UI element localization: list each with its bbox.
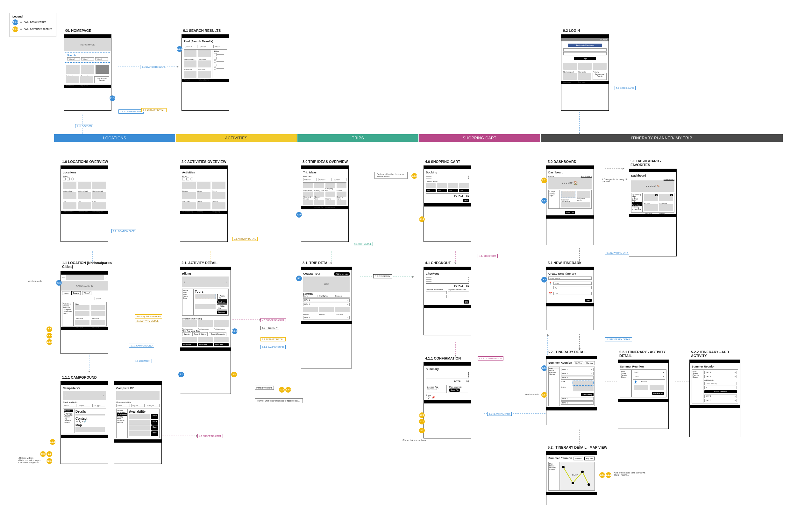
co-pay-f1[interactable]	[448, 291, 469, 294]
iad-d2[interactable]: DAY 2	[705, 375, 737, 378]
login-user-field[interactable]	[563, 48, 607, 51]
loc-side-5[interactable]: Stats	[63, 313, 73, 314]
camp-prev-icon[interactable]: ‹	[64, 394, 66, 397]
actov-ck1[interactable]	[182, 178, 185, 180]
search-where[interactable]: Where?	[184, 45, 198, 48]
loc-cell0[interactable]: Campsite	[75, 317, 83, 319]
locov-ck1[interactable]	[63, 178, 66, 180]
df-s0[interactable]: Upcoming Trips	[632, 194, 642, 198]
id-d1[interactable]: DAY 1	[561, 368, 594, 371]
im-tab-map[interactable]: Map View	[584, 456, 595, 461]
cart-add-1[interactable]: Add	[426, 189, 436, 192]
ad-rent-1[interactable]: Rent Gear	[182, 343, 197, 346]
loc-fav-icon[interactable]: ♡	[62, 276, 65, 280]
ad-rent-3[interactable]: Rent Gear	[214, 343, 229, 346]
ad-addtrip-2[interactable]: + Add to trip	[217, 304, 227, 310]
home-permit[interactable]: Get Annual Permit	[94, 76, 109, 84]
camp-tb1[interactable]: Amenities	[117, 411, 127, 413]
im-s3[interactable]: Stores	[549, 469, 559, 470]
camp-rv-b[interactable]: RV type	[146, 404, 160, 407]
login-t3[interactable]: Attraction	[563, 81, 571, 83]
locov-t30[interactable]: Nationalpark	[63, 211, 74, 212]
td-add[interactable]: Add to my trips	[334, 272, 350, 275]
ad-rent-2[interactable]: Rent Gear	[198, 343, 213, 346]
s-tile3-0[interactable]: Activity	[184, 79, 190, 81]
da-s1[interactable]: ◆ Past Trips	[549, 193, 559, 197]
s-check-2[interactable]	[214, 57, 217, 60]
iad-sel[interactable]	[705, 386, 737, 389]
loc-share-icon[interactable]: ⤴	[105, 276, 107, 280]
locov-t31[interactable]: Nationalpark	[78, 211, 88, 212]
iad-d1[interactable]: DAY 1	[705, 371, 737, 374]
ia-buy[interactable]: Buy Permit	[652, 392, 664, 395]
s-radio-2[interactable]	[214, 64, 217, 66]
df-td[interactable]: Activity	[659, 212, 665, 214]
login-fb-button[interactable]: Login with Facebook	[568, 44, 603, 47]
df-s1[interactable]: ◆ Past Trips	[632, 198, 642, 202]
da-t0[interactable]: Summer	[561, 199, 569, 201]
camp-book-1[interactable]: Book	[151, 414, 158, 419]
im-tab-list[interactable]: List View	[574, 456, 583, 461]
login-button[interactable]: Login	[574, 57, 596, 60]
camp-t3[interactable]: Facility Map	[64, 416, 73, 420]
ni-name[interactable]: Enter Name	[548, 276, 592, 280]
loc-tab-news[interactable]: News	[62, 291, 70, 295]
camp-t0[interactable]: Details	[64, 409, 73, 412]
co-pay-f2[interactable]	[448, 295, 469, 298]
co-pi-f1[interactable]	[426, 291, 447, 294]
camp-tb5[interactable]: Photos	[117, 422, 127, 423]
ad-ti0[interactable]: Events	[182, 332, 191, 336]
camp-next-icon[interactable]: ›	[103, 394, 104, 397]
id-d5[interactable]: DAY 5	[561, 401, 594, 405]
td-day3[interactable]: DAY 3	[303, 316, 350, 319]
tov-when[interactable]: When?	[318, 178, 332, 181]
da-newtrip[interactable]: New Trip	[565, 211, 575, 214]
camp-dep-b[interactable]: depart	[131, 404, 145, 407]
camp-arr-b[interactable]: arrive	[116, 404, 130, 407]
actov-32[interactable]: Shopping	[212, 211, 220, 212]
home-tile2-0[interactable]: Attraction	[66, 85, 74, 87]
df-s2[interactable]: ♡ Favorites	[632, 202, 642, 206]
camp-rv[interactable]: RV type	[92, 404, 106, 407]
camp-book-3[interactable]: Book	[151, 425, 158, 431]
da-edit[interactable]: Edit Profile >	[581, 175, 592, 177]
iad-d5[interactable]: DAY 5	[705, 399, 737, 402]
home-tile2-1[interactable]: Trip Idea	[80, 85, 88, 87]
da-t1[interactable]: Fishing w/ family	[577, 197, 590, 201]
loc-tab-events[interactable]: Events	[71, 291, 81, 295]
ia-d2[interactable]: DAY 2	[633, 375, 665, 378]
ad-addtrip-1[interactable]: + Add to trip	[217, 294, 227, 300]
ni-next[interactable]: Next	[585, 299, 592, 302]
ad-ti1[interactable]: Food & Dining	[192, 332, 208, 336]
s-check-1[interactable]	[214, 53, 217, 56]
loc-tab-when[interactable]: When?	[82, 291, 91, 295]
id-s3[interactable]: Stores	[549, 373, 559, 375]
td-day1[interactable]: DAY 1	[303, 298, 350, 302]
login-t2[interactable]: Activity	[593, 71, 599, 73]
iad-show[interactable]: Show Activities	[705, 390, 737, 393]
cart-add-3[interactable]: Add	[448, 189, 458, 192]
home-when[interactable]: When?	[81, 57, 94, 60]
actov-r1[interactable]	[190, 178, 193, 180]
ad-t0[interactable]: Nationalpark	[182, 328, 193, 330]
tov31[interactable]: Explore Art	[325, 206, 335, 208]
tov20[interactable]: History & Culture	[303, 196, 313, 200]
camp-book-4[interactable]: Book	[151, 431, 158, 436]
locov-t32[interactable]: Nationalpark	[92, 211, 103, 212]
home-what[interactable]: What?	[95, 57, 108, 60]
id-tab-list[interactable]: List View	[574, 361, 583, 365]
id-d4[interactable]: DAY 4	[561, 397, 594, 401]
ni-to[interactable]: To	[553, 286, 592, 289]
cf-create[interactable]: Create Trip	[449, 389, 460, 392]
tov-where[interactable]: Where?	[303, 178, 317, 181]
loc-cell2[interactable]: Campsite	[75, 327, 83, 328]
td-cell0[interactable]: Activity	[303, 313, 309, 315]
loc-why[interactable]: Why?	[95, 297, 107, 300]
ad-s4[interactable]: Tour	[183, 297, 193, 299]
id-d2[interactable]: DAY 2	[561, 372, 594, 375]
ad-t1[interactable]: Nationalpark	[198, 328, 209, 330]
td-cell1[interactable]: Activity	[319, 313, 325, 315]
co-pi-f2[interactable]	[426, 295, 447, 298]
df-new[interactable]: + New Trip	[632, 208, 642, 210]
camp-book-2[interactable]: Book	[151, 420, 158, 425]
